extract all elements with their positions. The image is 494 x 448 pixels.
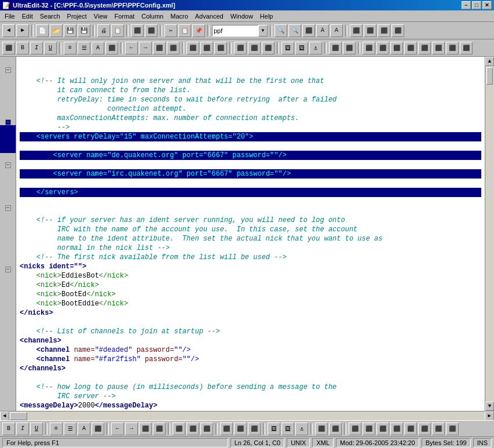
tb2-29[interactable]: ⬛ [432, 42, 445, 54]
tb2-3[interactable]: I [30, 42, 43, 54]
scroll-down-button[interactable]: ▼ [485, 402, 494, 411]
tb2-18[interactable]: ⬛ [262, 42, 275, 54]
menu-project[interactable]: Project [64, 12, 90, 21]
tb9[interactable]: A [330, 24, 343, 37]
bt21[interactable]: ⬛ [315, 422, 328, 435]
save-all-button[interactable]: 💾 [78, 24, 90, 37]
bt20[interactable]: ⚓ [295, 422, 308, 435]
tb2-23[interactable]: ⬛ [343, 42, 356, 54]
tb2-16[interactable]: ⬛ [234, 42, 247, 54]
tb2-22[interactable]: ⬛ [329, 42, 342, 54]
hscroll-track[interactable] [9, 411, 485, 421]
bt10[interactable]: ⬛ [139, 422, 152, 435]
close-button[interactable]: ✕ [482, 1, 492, 9]
bt16[interactable]: ⬛ [234, 422, 247, 435]
tb2-24[interactable]: ⬛ [363, 42, 375, 54]
print-button[interactable]: 🖨 [97, 24, 110, 37]
bt28[interactable]: ⬛ [418, 422, 431, 435]
bt17[interactable]: ⬛ [248, 422, 261, 435]
fold-marker-4[interactable]: − [5, 267, 11, 272]
vertical-scrollbar[interactable]: ▲ ▼ [485, 57, 494, 411]
minimize-button[interactable]: − [462, 1, 471, 9]
scroll-track[interactable] [485, 66, 494, 402]
horizontal-scrollbar[interactable]: ◄ ► [0, 411, 494, 420]
bt18[interactable]: 🖼 [268, 422, 280, 435]
code-editor[interactable]: <!-- It will only join one server and th… [16, 57, 485, 411]
menu-search[interactable]: Search [36, 12, 64, 21]
tb2-19[interactable]: 🖼 [281, 42, 294, 54]
fold-marker-3[interactable]: − [5, 205, 11, 211]
tb10[interactable]: ⬛ [350, 24, 363, 37]
tb2-2[interactable]: B [16, 42, 29, 54]
tb2-20[interactable]: 🖼 [295, 42, 308, 54]
menu-help[interactable]: Help [257, 12, 277, 21]
search-dropdown-arrow[interactable]: ▼ [258, 25, 268, 37]
bt30[interactable]: ⬛ [446, 422, 459, 435]
scroll-right-button[interactable]: ► [485, 411, 494, 421]
tb2-1[interactable]: ⬛ [2, 42, 15, 54]
scroll-left-button[interactable]: ◄ [0, 411, 9, 421]
tb2-6[interactable]: ☰ [78, 42, 90, 54]
menu-edit[interactable]: Edit [19, 12, 36, 21]
bt6[interactable]: A [78, 422, 90, 435]
tb2-30[interactable]: ⬛ [446, 42, 459, 54]
fold-marker-2[interactable]: − [5, 162, 11, 168]
menu-window[interactable]: Window [227, 12, 257, 21]
fold-marker-selected[interactable]: − [5, 119, 11, 125]
new-button[interactable]: 📄 [36, 24, 49, 37]
search-input[interactable]: ppf [212, 25, 258, 37]
menu-macro[interactable]: Macro [167, 12, 192, 21]
tb2-28[interactable]: ⬛ [418, 42, 431, 54]
bt9[interactable]: → [125, 422, 138, 435]
tb3[interactable]: ⬛ [131, 24, 144, 37]
scroll-thumb[interactable] [486, 67, 493, 85]
copy-button[interactable]: 📋 [178, 24, 191, 37]
forward-button[interactable]: ► [16, 24, 29, 37]
menu-view[interactable]: View [90, 12, 111, 21]
tb2-10[interactable]: → [139, 42, 152, 54]
bt3[interactable]: U [30, 422, 43, 435]
tb2-21[interactable]: ⚓ [309, 42, 322, 54]
bt23[interactable]: ⬛ [349, 422, 361, 435]
hscroll-thumb[interactable] [10, 412, 27, 420]
tb12[interactable]: ⬛ [378, 24, 390, 37]
tb2-25[interactable]: ⬛ [376, 42, 389, 54]
bt15[interactable]: ⬛ [220, 422, 233, 435]
tb2-15[interactable]: ⬛ [214, 42, 227, 54]
tb2-26[interactable]: ⬛ [390, 42, 403, 54]
bt8[interactable]: ← [111, 422, 124, 435]
bt19[interactable]: 🖼 [281, 422, 294, 435]
tb6[interactable]: 🔍 [288, 24, 301, 37]
tb2-11[interactable]: ⬛ [153, 42, 166, 54]
bt25[interactable]: ⬛ [376, 422, 389, 435]
bt11[interactable]: ⬛ [153, 422, 166, 435]
print2-button[interactable]: 📋 [111, 24, 124, 37]
bt14[interactable]: ⬛ [200, 422, 213, 435]
tb2-12[interactable]: ⬛ [167, 42, 180, 54]
bt12[interactable]: ⬛ [173, 422, 185, 435]
bt24[interactable]: ⬛ [363, 422, 375, 435]
bt2[interactable]: I [16, 422, 29, 435]
tb2-31[interactable]: ⬛ [460, 42, 473, 54]
tb2-8[interactable]: ⬛ [105, 42, 118, 54]
bt29[interactable]: ⬛ [432, 422, 445, 435]
bt26[interactable]: ⬛ [390, 422, 403, 435]
menu-column[interactable]: Column [138, 12, 167, 21]
bt4[interactable]: ≡ [50, 422, 63, 435]
bt13[interactable]: ⬛ [186, 422, 199, 435]
tb5[interactable]: 🔍 [275, 24, 287, 37]
cut-button[interactable]: ✂ [164, 24, 177, 37]
menu-format[interactable]: Format [111, 12, 138, 21]
fold-marker-1[interactable]: − [5, 67, 11, 73]
paste-button[interactable]: 📌 [192, 24, 205, 37]
tb2-4[interactable]: U [44, 42, 57, 54]
bt1[interactable]: B [2, 422, 15, 435]
tb2-9[interactable]: ← [125, 42, 138, 54]
tb4[interactable]: ⬛ [145, 24, 158, 37]
maximize-button[interactable]: □ [472, 1, 481, 9]
tb2-13[interactable]: ⬛ [186, 42, 199, 54]
scroll-up-button[interactable]: ▲ [485, 57, 494, 66]
bt5[interactable]: ☰ [64, 422, 76, 435]
tb13[interactable]: ⬛ [391, 24, 404, 37]
back-button[interactable]: ◄ [2, 24, 15, 37]
